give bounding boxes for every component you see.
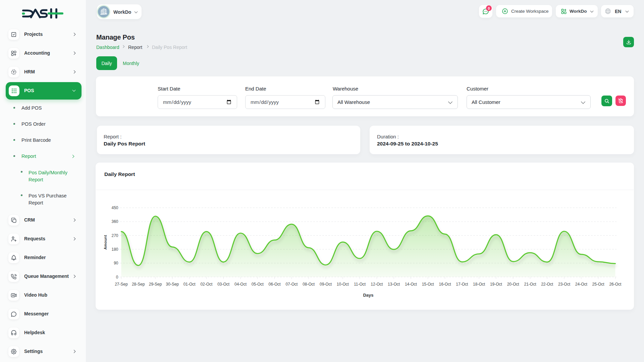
svg-text:28-Sep: 28-Sep bbox=[132, 282, 145, 287]
svg-text:24-Oct: 24-Oct bbox=[575, 282, 588, 287]
svg-text:06-Oct: 06-Oct bbox=[269, 282, 281, 287]
svg-text:180: 180 bbox=[111, 247, 118, 252]
svg-text:12-Oct: 12-Oct bbox=[371, 282, 383, 287]
svg-text:26-Oct: 26-Oct bbox=[609, 282, 622, 287]
svg-text:29-Sep: 29-Sep bbox=[149, 282, 162, 287]
svg-text:10-Oct: 10-Oct bbox=[337, 282, 349, 287]
svg-text:01-Oct: 01-Oct bbox=[183, 282, 196, 287]
svg-text:02-Oct: 02-Oct bbox=[200, 282, 213, 287]
svg-text:03-Oct: 03-Oct bbox=[217, 282, 230, 287]
svg-text:17-Oct: 17-Oct bbox=[456, 282, 468, 287]
svg-text:16-Oct: 16-Oct bbox=[439, 282, 451, 287]
svg-text:Amount: Amount bbox=[103, 235, 107, 250]
svg-text:04-Oct: 04-Oct bbox=[234, 282, 247, 287]
svg-text:14-Oct: 14-Oct bbox=[405, 282, 417, 287]
svg-text:11-Oct: 11-Oct bbox=[354, 282, 366, 287]
svg-text:20-Oct: 20-Oct bbox=[507, 282, 520, 287]
svg-text:13-Oct: 13-Oct bbox=[388, 282, 400, 287]
svg-text:18-Oct: 18-Oct bbox=[473, 282, 485, 287]
svg-text:22-Oct: 22-Oct bbox=[541, 282, 553, 287]
svg-text:09-Oct: 09-Oct bbox=[320, 282, 332, 287]
svg-text:19-Oct: 19-Oct bbox=[490, 282, 502, 287]
svg-text:27-Sep: 27-Sep bbox=[115, 282, 128, 287]
svg-text:Days: Days bbox=[363, 293, 373, 298]
svg-text:23-Oct: 23-Oct bbox=[558, 282, 571, 287]
svg-text:21-Oct: 21-Oct bbox=[524, 282, 536, 287]
svg-text:90: 90 bbox=[114, 261, 118, 265]
svg-text:05-Oct: 05-Oct bbox=[252, 282, 264, 287]
svg-text:15-Oct: 15-Oct bbox=[422, 282, 434, 287]
svg-text:08-Oct: 08-Oct bbox=[303, 282, 315, 287]
svg-text:07-Oct: 07-Oct bbox=[285, 282, 298, 287]
svg-text:30-Sep: 30-Sep bbox=[166, 282, 179, 287]
svg-text:0: 0 bbox=[116, 275, 118, 280]
svg-text:450: 450 bbox=[111, 205, 118, 210]
svg-text:360: 360 bbox=[111, 219, 118, 224]
svg-text:25-Oct: 25-Oct bbox=[592, 282, 605, 287]
svg-text:270: 270 bbox=[111, 233, 118, 238]
